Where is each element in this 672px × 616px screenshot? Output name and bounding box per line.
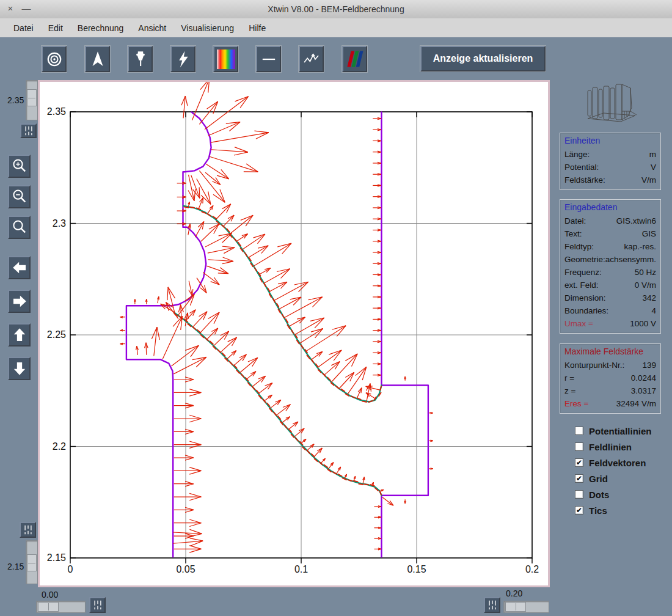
- y-bottom-mixer-button[interactable]: [20, 522, 36, 538]
- pan-down-button[interactable]: [8, 357, 31, 380]
- svg-text:0.15: 0.15: [407, 564, 426, 574]
- row-value: 1000 V: [630, 317, 656, 330]
- row-label: Konturpunkt-Nr.:: [564, 359, 624, 372]
- checkbox-row-feldvektoren[interactable]: ✔Feldvektoren: [575, 455, 652, 471]
- y-top-mixer-button[interactable]: [20, 123, 37, 138]
- checkbox-tics[interactable]: ✔: [575, 506, 583, 515]
- x-left-slider-label: 0.00: [42, 590, 58, 600]
- nav-arrow-icon: [87, 49, 108, 70]
- row-value: 342: [642, 292, 656, 304]
- arrow-up-icon: [10, 326, 29, 344]
- checkbox-row-feldlinien[interactable]: Feldlinien: [575, 439, 652, 455]
- pin-icon: [130, 49, 151, 70]
- x-right-slider[interactable]: [503, 601, 549, 613]
- panel-title: Maximale Feldstärke: [564, 346, 656, 356]
- checkbox-feldlinien[interactable]: [575, 442, 583, 451]
- checkbox-label: Feldvektoren: [589, 458, 646, 468]
- field-plot: 00.050.10.150.22.352.32.252.22.15: [40, 82, 548, 585]
- menu-item-ansicht[interactable]: Ansicht: [132, 21, 172, 35]
- checkbox-potentiallinien[interactable]: [575, 427, 583, 435]
- units-panel: EinheitenLänge:mPotential:VFeldstärke:V/…: [560, 133, 661, 190]
- grid-layer: [70, 112, 532, 558]
- row-label: ext. Feld:: [564, 279, 599, 292]
- window-title: Xtwin V8.00 - BEM-Feldberechnung: [0, 0, 672, 18]
- y-bottom-slider[interactable]: [26, 540, 38, 584]
- rainbow-icon: [217, 50, 235, 69]
- panel-title: Eingabedaten: [564, 202, 656, 212]
- x-left-slider[interactable]: [36, 601, 86, 613]
- field-tool-button[interactable]: [170, 46, 195, 72]
- pointer-tool-button[interactable]: [85, 46, 110, 72]
- panel-row: Text:GIS: [564, 227, 656, 240]
- menu-item-hilfe[interactable]: Hilfe: [243, 21, 272, 35]
- pan-left-button[interactable]: [8, 256, 31, 279]
- row-value: 50 Hz: [635, 266, 656, 279]
- target-tool-button[interactable]: [42, 46, 67, 72]
- x-left-mixer-button[interactable]: [89, 597, 106, 613]
- row-label: Boundaries:: [564, 304, 608, 317]
- rgb-tool-button[interactable]: [342, 46, 367, 72]
- row-value: V: [651, 161, 656, 174]
- checkbox-row-tics[interactable]: ✔Tics: [575, 502, 652, 518]
- row-value: 0 V/m: [635, 279, 656, 292]
- pin-tool-button[interactable]: [128, 46, 153, 72]
- mixer-icon: [92, 600, 104, 610]
- panel-row: Eres =32494 V/m: [564, 397, 656, 410]
- checkbox-grid[interactable]: ✔: [575, 474, 583, 483]
- checkbox-row-dots[interactable]: Dots: [575, 486, 652, 502]
- checkbox-dots[interactable]: [575, 490, 583, 499]
- update-display-button[interactable]: Anzeige aktualisieren: [420, 46, 546, 72]
- svg-text:2.25: 2.25: [47, 329, 66, 340]
- panel-row: Potential:V: [564, 161, 656, 174]
- colormap-tool-button[interactable]: [213, 46, 238, 72]
- menu-item-visualisierung[interactable]: Visualisierung: [175, 21, 240, 35]
- row-label: Eres =: [564, 397, 588, 410]
- menu-item-edit[interactable]: Edit: [42, 21, 69, 35]
- row-label: Feldstärke:: [564, 174, 605, 186]
- x-right-slider-handle[interactable]: [505, 602, 526, 612]
- panel-row: Umax =1000 V: [564, 317, 656, 330]
- menu-item-berechnung[interactable]: Berechnung: [71, 21, 130, 35]
- x-right-mixer-button[interactable]: [484, 597, 500, 613]
- input-data-panel: EingabedatenDatei:GIS.xtwin6Text:GISFeld…: [560, 199, 661, 334]
- checkbox-row-grid[interactable]: ✔Grid: [575, 471, 652, 486]
- zoom-in-button[interactable]: [8, 155, 31, 178]
- panel-row: Geometrie:achsensymm.: [564, 253, 656, 266]
- arrow-right-icon: [10, 292, 29, 310]
- row-value: GIS: [642, 227, 656, 240]
- svg-text:2.35: 2.35: [47, 106, 66, 117]
- pan-up-button[interactable]: [8, 323, 31, 346]
- top-slider-label: 2.35: [7, 95, 24, 105]
- panel-row: Boundaries:4: [564, 304, 656, 317]
- signal-tool-button[interactable]: [299, 46, 324, 72]
- y-bottom-slider-handle[interactable]: [27, 554, 37, 571]
- panel-row: Datei:GIS.xtwin6: [564, 215, 656, 227]
- y-top-slider[interactable]: [26, 80, 38, 120]
- row-value: 0.0244: [631, 372, 656, 384]
- row-value: 32494 V/m: [616, 397, 656, 410]
- row-value: V/m: [641, 174, 656, 186]
- zoom-window-button[interactable]: [8, 216, 31, 239]
- svg-text:0.05: 0.05: [176, 564, 195, 574]
- app-window: × — Xtwin V8.00 - BEM-Feldberechnung Dat…: [0, 0, 672, 616]
- checkbox-label: Dots: [589, 490, 609, 500]
- field-plot-panel[interactable]: 00.050.10.150.22.352.32.252.22.15: [38, 80, 550, 587]
- checkbox-label: Tics: [589, 505, 607, 516]
- svg-text:2.3: 2.3: [53, 218, 66, 229]
- zoom-out-button[interactable]: [8, 185, 31, 208]
- panel-row: Frequenz:50 Hz: [564, 266, 656, 279]
- line-tool-button[interactable]: [256, 46, 281, 72]
- checkbox-label: Potentiallinien: [589, 426, 652, 436]
- panel-row: z =3.0317: [564, 384, 656, 397]
- model-preview: [579, 81, 643, 126]
- pan-right-button[interactable]: [8, 290, 31, 313]
- svg-text:2.2: 2.2: [53, 441, 66, 452]
- y-top-slider-handle[interactable]: [27, 89, 37, 106]
- checkbox-row-potentiallinien[interactable]: Potentiallinien: [575, 423, 652, 439]
- title-bar: × — Xtwin V8.00 - BEM-Feldberechnung: [0, 0, 672, 19]
- arrow-down-icon: [10, 359, 29, 378]
- row-label: Umax =: [564, 317, 593, 330]
- checkbox-feldvektoren[interactable]: ✔: [575, 458, 583, 467]
- x-left-slider-handle[interactable]: [38, 602, 59, 612]
- menu-item-datei[interactable]: Datei: [7, 21, 40, 35]
